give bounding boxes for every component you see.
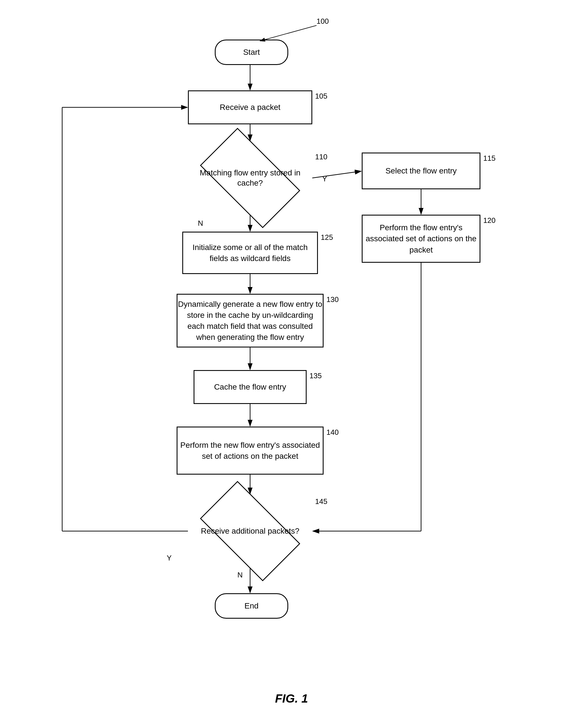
svg-line-1 <box>260 25 316 41</box>
end-shape: End <box>215 593 288 619</box>
initialize-fields-shape: Initialize some or all of the match fiel… <box>182 232 318 274</box>
start-label: Start <box>243 47 260 58</box>
ref-145: 145 <box>315 497 327 506</box>
perform-new-flow-actions-label: Perform the new flow entry's associated … <box>177 440 323 462</box>
n-label-additional: N <box>237 571 243 579</box>
cache-flow-label: Cache the flow entry <box>214 381 286 392</box>
ref-130: 130 <box>326 295 338 304</box>
select-flow-label: Select the flow entry <box>385 165 457 176</box>
ref-135: 135 <box>309 371 322 380</box>
figure-caption: FIG. 1 <box>0 692 583 705</box>
receive-additional-label: Receive additional packets? <box>201 526 300 536</box>
y-label-additional: Y <box>167 554 172 563</box>
n-label-matching: N <box>198 219 203 228</box>
matching-diamond-shape: Matching flow entry stored in cache? <box>188 141 312 215</box>
svg-line-4 <box>312 171 361 178</box>
receive-additional-shape: Receive additional packets? <box>188 494 312 568</box>
ref-140: 140 <box>326 428 338 437</box>
dynamically-generate-label: Dynamically generate a new flow entry to… <box>177 298 323 343</box>
perform-flow-actions-label: Perform the flow entry's associated set … <box>362 222 480 255</box>
y-label-matching: Y <box>322 175 327 183</box>
receive-packet-shape: Receive a packet <box>188 90 312 124</box>
receive-packet-label: Receive a packet <box>220 102 281 113</box>
ref-115: 115 <box>483 154 496 163</box>
ref-125: 125 <box>321 233 333 242</box>
matching-diamond-label: Matching flow entry stored in cache? <box>188 168 312 188</box>
perform-flow-actions-shape: Perform the flow entry's associated set … <box>362 215 480 263</box>
ref-110: 110 <box>315 153 327 161</box>
perform-new-flow-actions-shape: Perform the new flow entry's associated … <box>177 426 324 475</box>
ref-105: 105 <box>315 92 327 101</box>
select-flow-shape: Select the flow entry <box>362 153 480 189</box>
cache-flow-shape: Cache the flow entry <box>194 370 307 404</box>
ref-100: 100 <box>316 17 329 26</box>
end-label: End <box>245 600 259 611</box>
dynamically-generate-shape: Dynamically generate a new flow entry to… <box>177 294 324 347</box>
start-shape: Start <box>215 40 288 65</box>
ref-120: 120 <box>483 216 496 225</box>
flowchart-diagram: 100 Start Receive a packet 105 Matching … <box>0 0 583 728</box>
initialize-fields-label: Initialize some or all of the match fiel… <box>183 242 317 264</box>
